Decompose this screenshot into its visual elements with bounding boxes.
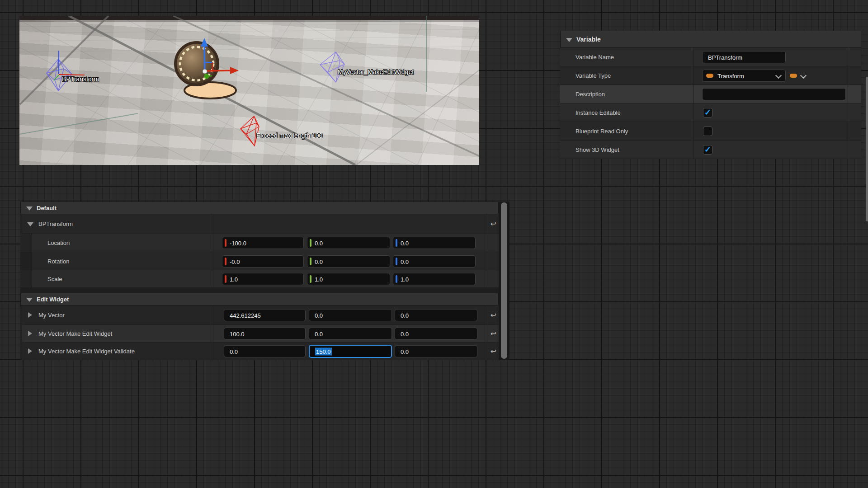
variable-name-input[interactable]: BPTransform [702,51,786,63]
edit-widget-category-header[interactable]: Edit Widget [20,293,499,305]
y-axis-accent [310,239,311,247]
label-myvector-makeeditwidget: MyVector_MakeEditWidget [338,68,414,75]
check-icon: ✓ [704,145,711,155]
my-vector-y-input[interactable]: 0.0 [309,309,392,321]
gizmo-x-axis-arrow [206,70,231,71]
container-type-pill-icon[interactable] [790,74,797,78]
description-input[interactable] [702,88,846,100]
collapse-arrow-icon [566,38,572,42]
z-axis-accent [396,239,397,247]
location-label: Location [47,239,70,246]
indent-guide [20,234,32,252]
myvector-3d-widget[interactable] [320,52,344,82]
blueprint-read-only-label: Blueprint Read Only [576,128,628,135]
container-type-chevron-icon[interactable] [800,72,807,79]
instance-editable-checkbox[interactable]: ✓ [703,108,712,117]
rotation-x-input[interactable]: -0.0 [222,255,304,267]
rotation-z-input[interactable]: 0.0 [393,255,476,267]
my-vector-make-edit-widget-label: My Vector Make Edit Widget [38,330,112,337]
mvmewv-y-input-focused[interactable]: 150.0 [309,345,392,358]
my-vector-make-edit-widget-validate-label: My Vector Make Edit Widget Validate [38,348,135,355]
gizmo-sphere [175,42,218,85]
blueprint-read-only-checkbox[interactable] [703,127,712,136]
default-category-title: Default [37,205,57,211]
section-gap [20,288,499,293]
my-vector-z-input[interactable]: 0.0 [395,309,477,321]
variable-name-label: Variable Name [576,54,614,61]
mvmew-x-input[interactable]: 100.0 [224,328,306,340]
gutter-divider [485,305,485,360]
variable-section-header[interactable]: Variable [560,31,861,48]
x-axis-accent [225,239,226,247]
mvmew-z-input[interactable]: 0.0 [395,328,477,340]
gizmo-origin-dot [203,69,207,74]
row-variable-name: Variable Name BPTransform [560,48,861,66]
location-z-input[interactable]: 0.0 [393,237,476,249]
location-y-input[interactable]: 0.0 [307,237,390,249]
location-x-input[interactable]: -100.0 [222,237,304,249]
gutter-divider [485,214,485,288]
window-scrollbar[interactable] [866,77,868,221]
indent-guide [20,252,32,270]
expand-arrow-icon[interactable] [28,312,32,318]
y-axis-accent [310,275,311,283]
description-label: Description [576,91,605,98]
instance-editable-label: Instance Editable [576,109,621,116]
label-value-splitter[interactable] [693,48,693,159]
transform-type-pill-icon [706,74,713,78]
rotation-y-input[interactable]: 0.0 [307,255,390,267]
row-rotation: Rotation -0.0 0.0 0.0 [20,252,499,270]
label-bptransform: BPTransform [62,75,99,83]
exceed-3d-widget[interactable] [241,116,259,146]
variable-type-dropdown[interactable]: Transform [702,70,786,82]
row-bptransform[interactable]: BPTransform ↩ [20,214,499,234]
details-scrollbar-track[interactable] [499,202,509,360]
expand-arrow-icon[interactable] [28,348,32,354]
scale-z-input[interactable]: 1.0 [393,273,476,285]
rotation-label: Rotation [47,258,69,264]
horizon-band [19,16,479,22]
collapse-arrow-icon [26,206,33,211]
show-3d-widget-label: Show 3D Widget [576,146,619,153]
scale-y-input[interactable]: 1.0 [307,273,390,285]
transform-gizmo[interactable] [175,38,239,99]
row-blueprint-read-only: Blueprint Read Only [560,122,861,141]
row-location: Location -100.0 0.0 0.0 [20,234,499,252]
variable-type-label: Variable Type [576,72,611,79]
z-axis-accent [396,275,397,283]
row-my-vector-make-edit-widget[interactable]: My Vector Make Edit Widget 100.0 0.0 0.0… [20,325,499,343]
x-axis-accent [225,258,226,265]
edit-widget-category-title: Edit Widget [37,296,69,303]
label-value-splitter[interactable] [213,214,213,288]
label-value-splitter[interactable] [213,305,213,360]
row-variable-type: Variable Type Transform [560,66,861,85]
mvmew-y-input[interactable]: 0.0 [309,328,392,340]
expand-arrow-icon[interactable] [28,331,32,336]
expand-arrow-icon[interactable] [27,222,33,226]
x-axis-accent [225,275,226,283]
selected-text: 150.0 [315,347,332,355]
row-description: Description [560,85,861,103]
row-my-vector[interactable]: My Vector 442.612245 0.0 0.0 ↩ [20,305,499,325]
variable-section-title: Variable [576,36,601,43]
ground-grid-lines [19,16,479,165]
default-category-header[interactable]: Default [20,202,499,214]
mvmewv-z-input[interactable]: 0.0 [395,345,477,357]
show-3d-widget-checkbox[interactable]: ✓ [703,145,712,155]
my-vector-label: My Vector [38,312,65,319]
3d-viewport[interactable]: BPTransform MyVector_MakeEditWidget Exce… [19,16,479,165]
mvmewv-x-input[interactable]: 0.0 [224,345,306,357]
y-axis-accent [310,258,311,265]
check-icon: ✓ [704,108,711,117]
z-axis-accent [396,258,397,265]
row-instance-editable: Instance Editable ✓ [560,103,861,122]
row-my-vector-make-edit-widget-validate[interactable]: My Vector Make Edit Widget Validate 0.0 … [20,343,499,360]
chevron-down-icon [775,72,782,79]
gutter-divider [848,48,848,159]
gizmo-z-axis-arrow [204,46,205,71]
details-scrollbar-thumb[interactable] [501,202,507,359]
my-vector-x-input[interactable]: 442.612245 [224,309,306,321]
scale-label: Scale [47,276,62,282]
scale-x-input[interactable]: 1.0 [222,273,304,285]
row-show-3d-widget: Show 3D Widget ✓ [560,141,861,159]
